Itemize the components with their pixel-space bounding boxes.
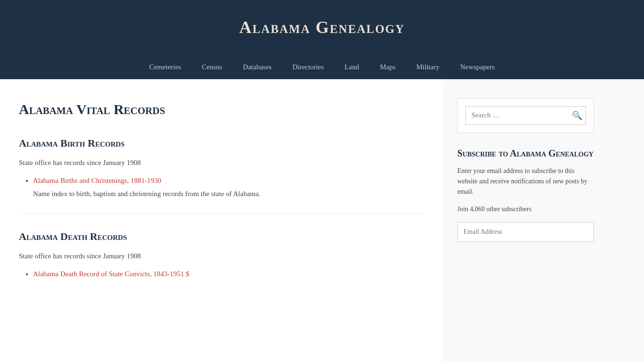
email-input[interactable] — [457, 222, 594, 242]
death-records-section: Alabama Death Records State office has r… — [19, 228, 424, 280]
nav-newspapers[interactable]: Newspapers — [450, 55, 505, 79]
site-header: Alabama Genealogy Cemeteries Census Data… — [0, 0, 644, 79]
search-icon: 🔍 — [572, 111, 582, 120]
nav-cemeteries[interactable]: Cemeteries — [139, 55, 191, 79]
list-item: Alabama Births and Christenings, 1881-19… — [33, 175, 424, 199]
death-records-list: Alabama Death Record of State Convicts, … — [19, 268, 424, 280]
birth-records-intro: State office has records since January 1… — [19, 157, 424, 168]
birth-records-list: Alabama Births and Christenings, 1881-19… — [19, 175, 424, 199]
nav-directories[interactable]: Directories — [282, 55, 334, 79]
nav-maps[interactable]: Maps — [370, 55, 406, 79]
subscribe-widget: Subscribe to Alabama Genealogy Enter you… — [457, 147, 594, 242]
content-wrapper: Alabama Vital Records Alabama Birth Reco… — [0, 79, 644, 362]
sidebar: 🔍 Subscribe to Alabama Genealogy Enter y… — [443, 79, 608, 362]
nav-military[interactable]: Military — [406, 55, 450, 79]
subscribe-heading: Subscribe to Alabama Genealogy — [457, 147, 594, 159]
site-title: Alabama Genealogy — [9, 14, 635, 41]
nav-land[interactable]: Land — [334, 55, 370, 79]
death-convicts-link[interactable]: Alabama Death Record of State Convicts, … — [33, 270, 190, 278]
main-nav: Cemeteries Census Databases Directories … — [9, 55, 635, 79]
page-title: Alabama Vital Records — [19, 98, 424, 121]
search-input[interactable] — [466, 107, 566, 124]
birth-christenings-link[interactable]: Alabama Births and Christenings, 1881-19… — [33, 177, 161, 184]
subscribe-text: Enter your email address to subscribe to… — [457, 166, 594, 197]
list-item: Alabama Death Record of State Convicts, … — [33, 268, 424, 280]
death-records-heading: Alabama Death Records — [19, 228, 424, 245]
death-records-intro: State office has records since January 1… — [19, 250, 424, 262]
birth-records-section: Alabama Birth Records State office has r… — [19, 135, 424, 199]
main-content: Alabama Vital Records Alabama Birth Reco… — [0, 79, 443, 362]
nav-census[interactable]: Census — [191, 55, 232, 79]
birth-records-heading: Alabama Birth Records — [19, 135, 424, 151]
birth-christenings-description: Name index to birth, baptism and christe… — [33, 188, 424, 199]
nav-databases[interactable]: Databases — [232, 55, 282, 79]
search-button[interactable]: 🔍 — [566, 107, 588, 124]
search-input-wrapper: 🔍 — [465, 106, 586, 125]
search-widget: 🔍 — [457, 98, 594, 133]
section-divider-1 — [19, 214, 424, 214]
subscribers-count: Join 4,060 other subscribers — [457, 204, 594, 214]
